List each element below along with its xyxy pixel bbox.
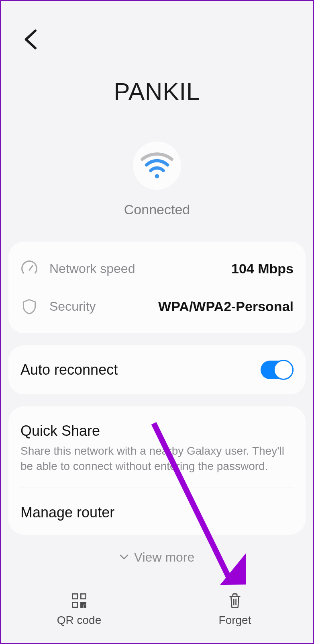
quick-share-title: Quick Share bbox=[20, 422, 294, 439]
manage-router-title: Manage router bbox=[20, 504, 294, 521]
svg-rect-3 bbox=[81, 594, 86, 599]
connection-status: Connected bbox=[1, 202, 313, 217]
manage-router-item[interactable]: Manage router bbox=[20, 488, 294, 535]
svg-rect-6 bbox=[84, 605, 86, 607]
auto-reconnect-card: Auto reconnect bbox=[8, 345, 306, 394]
svg-rect-7 bbox=[81, 605, 82, 607]
quick-share-item[interactable]: Quick Share Share this network with a ne… bbox=[20, 406, 294, 488]
trash-icon bbox=[226, 592, 243, 609]
auto-reconnect-label: Auto reconnect bbox=[20, 361, 261, 378]
svg-line-1 bbox=[29, 266, 33, 270]
chevron-down-icon bbox=[120, 554, 128, 560]
auto-reconnect-toggle[interactable] bbox=[261, 361, 294, 379]
quick-share-description: Share this network with a nearby Galaxy … bbox=[20, 443, 294, 474]
wifi-status-icon-wrap bbox=[133, 142, 181, 190]
toggle-knob bbox=[273, 360, 294, 380]
view-more-label: View more bbox=[134, 550, 195, 565]
bottom-action-bar: QR code Forget bbox=[1, 592, 313, 627]
qr-code-button[interactable]: QR code bbox=[1, 592, 157, 627]
network-speed-value: 104 Mbps bbox=[231, 261, 294, 277]
wifi-icon bbox=[139, 152, 175, 180]
back-button[interactable] bbox=[23, 29, 39, 49]
network-info-card: Network speed 104 Mbps Security WPA/WPA2… bbox=[8, 242, 306, 333]
svg-point-0 bbox=[155, 174, 159, 178]
more-options-card: Quick Share Share this network with a ne… bbox=[8, 406, 306, 535]
svg-rect-8 bbox=[84, 602, 86, 604]
forget-button[interactable]: Forget bbox=[157, 592, 313, 627]
network-speed-label: Network speed bbox=[49, 261, 231, 276]
shield-icon bbox=[20, 297, 38, 315]
security-label: Security bbox=[49, 299, 158, 314]
network-name: PANKIL bbox=[1, 78, 313, 105]
chevron-left-icon bbox=[23, 29, 39, 49]
svg-rect-5 bbox=[81, 602, 83, 604]
security-value: WPA/WPA2-Personal bbox=[158, 299, 294, 314]
security-row: Security WPA/WPA2-Personal bbox=[20, 287, 294, 325]
svg-rect-4 bbox=[72, 602, 77, 607]
qr-code-icon bbox=[71, 592, 88, 609]
forget-label: Forget bbox=[219, 614, 251, 627]
network-speed-row: Network speed 104 Mbps bbox=[20, 250, 294, 287]
view-more-button[interactable]: View more bbox=[1, 550, 313, 565]
gauge-icon bbox=[20, 260, 38, 277]
svg-rect-2 bbox=[72, 594, 77, 599]
qr-code-label: QR code bbox=[57, 614, 102, 627]
